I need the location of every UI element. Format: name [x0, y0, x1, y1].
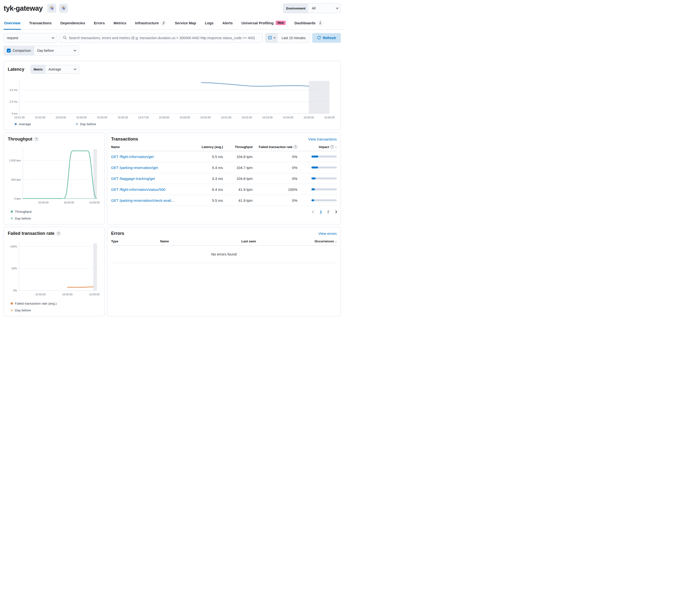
- tab-metrics[interactable]: Metrics: [113, 19, 127, 30]
- column-header-failed-rate[interactable]: Failed transaction rate: [259, 145, 297, 149]
- svg-text:16:00:00: 16:00:00: [64, 201, 74, 204]
- table-row: GET /parking-reservation/check-avail... …: [111, 195, 337, 206]
- date-picker-button[interactable]: [266, 33, 277, 43]
- failed-transaction-rate-panel: Failed transaction rate 0%50%100%15:55:0…: [4, 227, 105, 316]
- refresh-button[interactable]: Refresh: [312, 33, 341, 43]
- chevron-down-icon: [74, 49, 76, 51]
- tab-universal-profiling[interactable]: Universal Profiling New: [241, 19, 286, 30]
- service-icon-badges: [47, 4, 68, 13]
- failed-rate-legend: Failed transaction rate (avg.) Day befor…: [8, 302, 101, 312]
- failed-rate-panel-title: Failed transaction rate: [8, 231, 54, 236]
- view-transactions-link[interactable]: View transactions: [308, 137, 337, 141]
- help-icon: [330, 145, 334, 149]
- tab-dependencies[interactable]: Dependencies: [60, 19, 86, 30]
- chevron-down-icon: [273, 37, 275, 38]
- svg-text:0 ms: 0 ms: [12, 112, 18, 115]
- latency-value: 3.3 ms: [197, 176, 223, 181]
- column-header-impact[interactable]: Impact: [319, 145, 337, 149]
- svg-text:16:03:00: 16:03:00: [262, 116, 273, 119]
- table-row: GET /flight-information/status/500 6.4 m…: [111, 184, 337, 195]
- legend-item[interactable]: Day before: [11, 217, 31, 220]
- svg-text:15:55:00: 15:55:00: [38, 201, 49, 204]
- refresh-icon: [317, 36, 321, 40]
- column-header-type[interactable]: Type: [111, 239, 157, 243]
- search-input[interactable]: [69, 36, 260, 40]
- refresh-label: Refresh: [323, 36, 336, 40]
- opentelemetry-icon: [61, 5, 66, 12]
- chevron-down-icon: [51, 36, 54, 39]
- column-header-latency[interactable]: Latency (avg.): [202, 145, 223, 149]
- search-box: [60, 33, 263, 43]
- help-icon: [294, 145, 297, 149]
- legend-dot: [76, 123, 78, 125]
- opentelemetry-icon-button[interactable]: [47, 4, 57, 13]
- tab-transactions[interactable]: Transactions: [29, 19, 52, 30]
- column-header-name[interactable]: Name: [111, 145, 195, 149]
- page-1-button[interactable]: 1: [320, 210, 322, 214]
- throughput-value: 41.9 tpm: [226, 188, 252, 192]
- latency-metric-select[interactable]: Metric Average: [31, 65, 79, 74]
- no-errors-message: No errors found: [111, 245, 337, 263]
- throughput-chart[interactable]: 0 tpm500 tpm1,000 tpm15:55:0016:00:0016:…: [8, 146, 101, 206]
- transaction-link[interactable]: GET /parking-reservation/check-avail...: [111, 198, 195, 202]
- impact-bar: [311, 156, 337, 157]
- latency-value: 5.5 ms: [197, 198, 223, 202]
- failed-rate-value: 0%: [255, 176, 297, 181]
- svg-text:15:54:00: 15:54:00: [76, 116, 87, 119]
- errors-table-header: Type Name Last seen Occurrences: [111, 239, 337, 245]
- latency-panel-title: Latency: [8, 67, 24, 72]
- time-range-value[interactable]: Last 15 minutes: [277, 33, 310, 43]
- legend-item[interactable]: Day before: [76, 122, 96, 126]
- transaction-link[interactable]: GET /parking-reservation/get: [111, 166, 195, 170]
- tab-overview[interactable]: Overview: [4, 19, 21, 30]
- legend-item[interactable]: Throughput: [11, 210, 31, 214]
- comparison-select[interactable]: Day before: [34, 46, 79, 55]
- legend-item[interactable]: Day before: [11, 308, 31, 312]
- view-errors-link[interactable]: View errors: [318, 232, 337, 236]
- help-icon: [35, 137, 38, 141]
- legend-item[interactable]: Failed transaction rate (avg.): [11, 302, 57, 305]
- sort-down-icon: [335, 145, 337, 149]
- column-header-throughput[interactable]: Throughput: [235, 145, 252, 149]
- latency-chart[interactable]: 0 ms2.0 ms4.0 ms15:51:0015:52:0015:53:00…: [8, 77, 337, 121]
- transactions-panel: Transactions View transactions Name Late…: [107, 132, 341, 224]
- svg-text:16:05:00: 16:05:00: [89, 201, 100, 204]
- column-header-name[interactable]: Name: [160, 239, 239, 243]
- legend-dot: [11, 211, 13, 213]
- failed-rate-value: 0%: [255, 198, 297, 202]
- service-title: tyk-gateway: [4, 4, 43, 13]
- transaction-link[interactable]: GET /flight-information/status/500: [111, 188, 195, 192]
- svg-text:16:01:00: 16:01:00: [221, 116, 231, 119]
- tab-infrastructure[interactable]: Infrastructure β: [135, 19, 167, 30]
- svg-text:16:00:00: 16:00:00: [62, 293, 73, 296]
- next-page-icon[interactable]: [334, 210, 337, 214]
- previous-page-icon: [312, 210, 315, 214]
- legend-dot: [11, 217, 13, 220]
- column-header-occurrences[interactable]: Occurrences: [315, 239, 337, 243]
- svg-text:15:51:00: 15:51:00: [14, 116, 25, 119]
- latency-value: 5.4 ms: [197, 166, 223, 170]
- svg-text:4.0 ms: 4.0 ms: [9, 88, 18, 91]
- transaction-link[interactable]: GET /flight-information/get: [111, 155, 195, 159]
- chevron-down-icon: [74, 67, 76, 70]
- tab-alerts[interactable]: Alerts: [222, 19, 233, 30]
- page-2-button[interactable]: 2: [327, 210, 329, 214]
- tab-service-map[interactable]: Service Map: [174, 19, 197, 30]
- opentelemetry-icon-button[interactable]: [59, 4, 68, 13]
- tab-dashboards[interactable]: Dashboards: [294, 19, 324, 30]
- tab-errors[interactable]: Errors: [93, 19, 105, 30]
- column-header-last-seen[interactable]: Last seen: [241, 239, 297, 243]
- new-badge: New: [276, 21, 286, 25]
- table-row: GET /baggage-tracking/get 3.3 ms 104.8 t…: [111, 173, 337, 184]
- environment-select[interactable]: Environment All: [283, 3, 341, 13]
- transaction-link[interactable]: GET /baggage-tracking/get: [111, 176, 195, 181]
- svg-text:1,000 tpm: 1,000 tpm: [9, 159, 21, 162]
- tab-logs[interactable]: Logs: [204, 19, 214, 30]
- svg-text:15:53:00: 15:53:00: [56, 116, 66, 119]
- sort-down-icon: [335, 239, 337, 243]
- page-header: tyk-gateway Environment All: [0, 0, 344, 13]
- transaction-type-select[interactable]: request: [4, 33, 57, 43]
- comparison-checkbox[interactable]: [7, 49, 11, 52]
- legend-item[interactable]: Average: [15, 122, 76, 126]
- failed-rate-chart[interactable]: 0%50%100%15:55:0016:00:0016:05:00: [8, 240, 101, 298]
